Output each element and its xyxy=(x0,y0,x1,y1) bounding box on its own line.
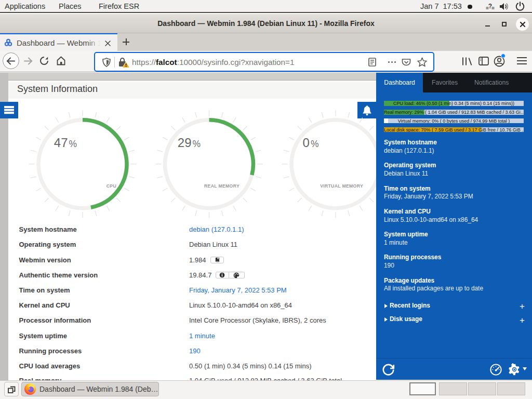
svg-text:?: ? xyxy=(488,3,492,10)
